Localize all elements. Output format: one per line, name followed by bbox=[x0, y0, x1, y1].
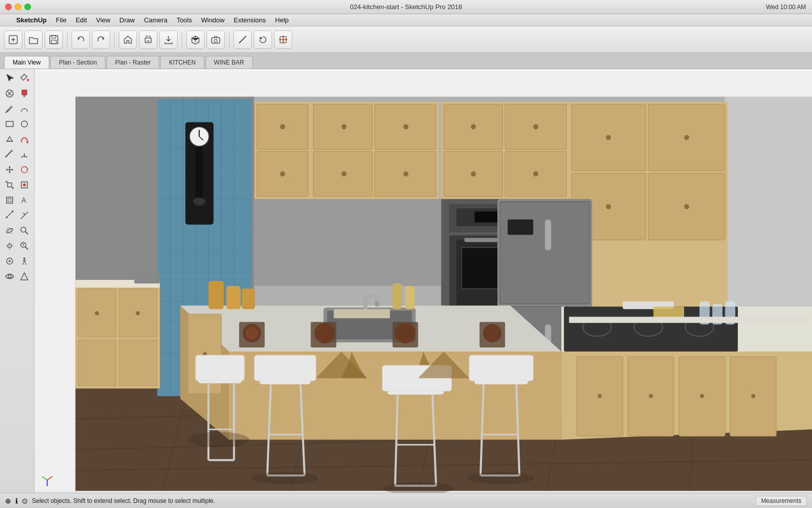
tool-erase[interactable] bbox=[3, 86, 32, 101]
svg-point-80 bbox=[193, 198, 205, 206]
svg-rect-168 bbox=[226, 286, 241, 309]
menu-sketchup[interactable]: SketchUp bbox=[12, 15, 51, 25]
tool-dimenson[interactable] bbox=[3, 208, 32, 223]
svg-point-102 bbox=[403, 171, 409, 176]
svg-point-156 bbox=[649, 394, 653, 398]
tool-select[interactable] bbox=[3, 71, 32, 85]
apple-menu[interactable] bbox=[3, 19, 11, 21]
svg-point-9 bbox=[214, 39, 217, 42]
toolbar-new[interactable] bbox=[4, 30, 22, 49]
tool-rect[interactable] bbox=[3, 117, 32, 131]
svg-point-33 bbox=[6, 228, 13, 234]
tab-plan-section[interactable]: Plan - Section bbox=[50, 56, 106, 69]
tool-pan[interactable] bbox=[3, 239, 32, 253]
svg-point-162 bbox=[375, 301, 380, 306]
traffic-lights[interactable] bbox=[5, 4, 31, 10]
scene-container[interactable] bbox=[35, 69, 812, 493]
left-toolbar: A bbox=[0, 69, 35, 493]
close-button[interactable] bbox=[5, 4, 12, 10]
tool-tape[interactable] bbox=[3, 147, 32, 162]
svg-point-32 bbox=[12, 210, 14, 212]
section2-icon bbox=[18, 270, 30, 282]
svg-point-18 bbox=[5, 155, 7, 157]
svg-rect-192 bbox=[195, 355, 244, 380]
toolbar-open[interactable] bbox=[24, 30, 43, 49]
menu-view[interactable]: View bbox=[92, 15, 114, 25]
pushpull-icon bbox=[4, 133, 16, 145]
main-area: A bbox=[0, 69, 812, 493]
tool-pushpull[interactable] bbox=[3, 132, 32, 146]
svg-point-19 bbox=[11, 150, 13, 152]
scale-icon bbox=[4, 179, 16, 191]
window-title: 024-kitchen-start - SketchUp Pro 2018 bbox=[350, 3, 462, 11]
paint2-icon bbox=[18, 179, 30, 191]
svg-rect-15 bbox=[6, 121, 13, 126]
status-message: Select objects. Shift to extend select. … bbox=[32, 497, 215, 504]
tool-move[interactable] bbox=[3, 163, 32, 177]
toolbar-export[interactable] bbox=[159, 30, 178, 49]
svg-line-219 bbox=[47, 477, 52, 480]
svg-rect-211 bbox=[134, 273, 160, 283]
toolbar-measure[interactable] bbox=[233, 30, 252, 49]
tool-scale[interactable] bbox=[3, 178, 32, 192]
rotate3d-icon bbox=[18, 164, 30, 176]
toolbar-undo[interactable] bbox=[72, 30, 90, 49]
toolbar-home[interactable] bbox=[119, 30, 137, 49]
svg-marker-5 bbox=[102, 38, 105, 40]
tab-main-view[interactable]: Main View bbox=[4, 56, 49, 69]
menu-window[interactable]: Window bbox=[197, 15, 228, 25]
svg-point-114 bbox=[471, 124, 476, 130]
toolbar-print[interactable] bbox=[139, 30, 157, 49]
menu-file[interactable]: File bbox=[52, 15, 71, 25]
menu-extensions[interactable]: Extensions bbox=[229, 15, 270, 25]
tool-pencil[interactable] bbox=[3, 102, 32, 116]
toolbar-sep4 bbox=[229, 32, 229, 47]
svg-point-115 bbox=[533, 124, 538, 130]
toolbar-section[interactable] bbox=[274, 30, 292, 49]
arc-icon bbox=[18, 103, 30, 115]
tab-wine-bar[interactable]: WINE BAR bbox=[206, 56, 253, 69]
svg-marker-22 bbox=[26, 169, 28, 170]
menu-edit[interactable]: Edit bbox=[72, 15, 91, 25]
tool-section[interactable] bbox=[3, 254, 32, 268]
titlebar: 024-kitchen-start - SketchUp Pro 2018 We… bbox=[0, 0, 812, 14]
measure2-icon bbox=[18, 209, 30, 221]
toolbar-rotate[interactable] bbox=[254, 30, 272, 49]
svg-rect-171 bbox=[405, 286, 415, 309]
walk-icon bbox=[18, 255, 30, 267]
menu-camera[interactable]: Camera bbox=[140, 15, 172, 25]
toolbar-camera[interactable] bbox=[207, 30, 225, 49]
svg-rect-7 bbox=[147, 41, 150, 42]
minimize-button[interactable] bbox=[15, 4, 21, 10]
maximize-button[interactable] bbox=[24, 4, 31, 10]
menu-help[interactable]: Help bbox=[271, 15, 293, 25]
svg-point-87 bbox=[136, 311, 140, 315]
svg-marker-10 bbox=[260, 37, 263, 40]
tab-plan-raster[interactable]: Plan - Raster bbox=[107, 56, 159, 69]
svg-rect-108 bbox=[254, 199, 441, 286]
menu-tools[interactable]: Tools bbox=[173, 15, 196, 25]
toolbar-save[interactable] bbox=[45, 30, 63, 49]
svg-rect-84 bbox=[78, 340, 117, 386]
toolbar-redo[interactable] bbox=[92, 30, 110, 49]
tool-lookaround[interactable] bbox=[3, 269, 32, 283]
select-icon bbox=[4, 72, 16, 84]
tab-kitchen[interactable]: KITCHEN bbox=[160, 56, 205, 69]
toolbar-3d[interactable] bbox=[186, 30, 205, 49]
svg-point-100 bbox=[403, 124, 409, 130]
orbit-icon bbox=[4, 225, 16, 237]
svg-point-99 bbox=[342, 124, 347, 130]
svg-point-31 bbox=[6, 216, 8, 218]
viewport[interactable] bbox=[35, 69, 812, 493]
svg-point-39 bbox=[9, 260, 11, 262]
svg-rect-14 bbox=[23, 95, 25, 97]
tool-offset[interactable]: A bbox=[3, 193, 32, 207]
section-icon bbox=[4, 255, 16, 267]
dimension-icon bbox=[4, 209, 16, 221]
menu-draw[interactable]: Draw bbox=[115, 15, 139, 25]
svg-point-215 bbox=[188, 432, 249, 447]
scene-svg bbox=[35, 69, 812, 493]
tool-orbit[interactable] bbox=[3, 224, 32, 238]
circle-icon bbox=[18, 118, 30, 130]
svg-point-125 bbox=[606, 204, 611, 209]
